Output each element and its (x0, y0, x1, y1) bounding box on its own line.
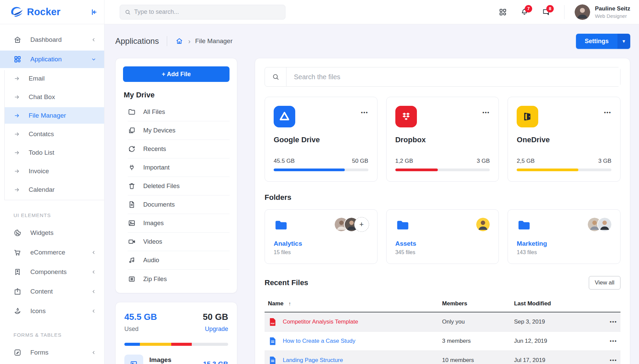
breadcrumb: Applications › File Manager Settings ▼ (115, 24, 630, 58)
folder-name[interactable]: Assets (395, 240, 490, 247)
sidebar-item-components[interactable]: Components (0, 263, 104, 281)
user-meta: Pauline Seitz Web Designer (595, 5, 630, 19)
sidebar-item-application[interactable]: Application (0, 51, 104, 68)
drive-menu-my-devices[interactable]: My Devices (128, 121, 230, 140)
drive-menu-deleted-files[interactable]: Deleted Files (128, 177, 230, 195)
sidebar-section-forms-tables: FORMS & TABLES (0, 332, 104, 338)
sidebar-item-forms[interactable]: Forms (0, 344, 104, 361)
table-row[interactable]: How to Create a Case Study 3 members Jun… (265, 331, 620, 351)
drive-menu-label: Important (143, 164, 170, 171)
sidebar-label: Icons (30, 307, 91, 315)
storage-card-dropbox[interactable]: ••• Dropbox 1,2 GB 3 GB (386, 97, 499, 182)
drive-menu-documents[interactable]: Documents (128, 195, 230, 214)
storage-card-onedrive[interactable]: ••• OneDrive 2,5 GB 3 GB (508, 97, 620, 182)
upgrade-link[interactable]: Upgrade (205, 326, 228, 333)
folder-card-assets[interactable]: Assets 345 files (386, 209, 499, 264)
table-row[interactable]: PDF Competitor Analysis Template Only yo… (265, 312, 620, 331)
folder-card-marketing[interactable]: Marketing 143 files (508, 209, 620, 264)
row-more-options-icon[interactable]: ••• (610, 319, 617, 325)
storage-progress-bar (274, 169, 368, 171)
table-row[interactable]: Landing Page Structure 10 members Jul 17… (265, 351, 620, 364)
svg-text:PDF: PDF (271, 323, 275, 325)
user-name: Pauline Seitz (595, 5, 630, 12)
column-header-last-modified[interactable]: Last Modified (511, 296, 594, 312)
sidebar-item-icons[interactable]: Icons (0, 302, 104, 320)
drive-menu-images[interactable]: Images (128, 214, 230, 233)
breadcrumb-chevron: › (188, 37, 190, 45)
global-search-input[interactable] (134, 8, 280, 16)
drive-menu-important[interactable]: Important (128, 158, 230, 177)
apps-grid-icon[interactable] (499, 8, 507, 16)
drive-menu-videos[interactable]: Videos (128, 233, 230, 251)
file-members: 3 members (439, 331, 511, 351)
drive-menu-zip-files[interactable]: Zip Files (128, 270, 230, 288)
settings-caret-icon[interactable]: ▼ (617, 34, 630, 49)
sidebar-item-email[interactable]: Email (5, 70, 104, 87)
user-menu[interactable]: Pauline Seitz Web Designer (575, 4, 630, 20)
sidebar-item-calendar[interactable]: Calendar (5, 181, 104, 198)
doc-file-icon (268, 336, 277, 346)
storage-used: 1,2 GB (395, 158, 413, 164)
storage-used-value: 45.5 GB (124, 312, 157, 322)
sidebar-item-content[interactable]: Content (0, 283, 104, 300)
recent-files-table: Name ↑ Members Last Modified PDF Compe (265, 296, 620, 364)
sidebar-item-contatcs[interactable]: Contatcs (5, 126, 104, 142)
column-header-name[interactable]: Name ↑ (265, 296, 439, 312)
drive-menu-audio[interactable]: Audio (128, 251, 230, 270)
settings-button[interactable]: Settings ▼ (576, 34, 630, 49)
folder-name[interactable]: Marketing (517, 240, 611, 247)
column-header-members[interactable]: Members (439, 296, 511, 312)
member-avatar (597, 217, 612, 232)
notifications-bell-icon[interactable]: 7 (520, 8, 528, 16)
folder-icon (517, 218, 531, 233)
more-options-icon[interactable]: ••• (483, 106, 490, 115)
drive-menu-all-files[interactable]: All Files (128, 103, 230, 121)
folder-icon (274, 218, 288, 233)
drive-menu-label: Videos (143, 238, 162, 245)
sort-asc-icon[interactable]: ↑ (288, 301, 291, 306)
folder-file-count: 143 files (517, 249, 611, 255)
file-link[interactable]: PDF Competitor Analysis Template (268, 317, 435, 327)
drive-menu-label: Audio (143, 256, 159, 264)
onedrive-icon (517, 106, 538, 127)
more-options-icon[interactable]: ••• (361, 106, 368, 115)
row-more-options-icon[interactable]: ••• (610, 338, 617, 344)
sidebar-collapse-icon[interactable] (90, 8, 98, 16)
sidebar-item-dashboard[interactable]: Dashboard (0, 31, 104, 49)
sidebar-item-chat-box[interactable]: Chat Box (5, 89, 104, 105)
user-role: Web Designer (595, 13, 630, 19)
storage-card-google-drive[interactable]: ••• Google Drive 45.5 GB 50 GB (265, 97, 377, 182)
pencil-square-icon (13, 348, 22, 357)
view-all-button[interactable]: View all (589, 276, 620, 290)
sidebar-item-todo-list[interactable]: Todo List (5, 144, 104, 161)
messages-icon[interactable]: 8 (542, 8, 550, 16)
usage-images-row[interactable]: Images 1,756 files 15.3 GB (124, 355, 228, 364)
folder-name[interactable]: Analytics (274, 240, 368, 247)
drive-menu-recents[interactable]: Recents (128, 140, 230, 158)
add-file-button[interactable]: + Add File (123, 66, 230, 82)
file-link[interactable]: How to Create a Case Study (268, 336, 435, 346)
chevron-left-icon (91, 249, 97, 255)
search-icon (125, 9, 131, 15)
sidebar-item-ecommerce[interactable]: eCommerce (0, 244, 104, 261)
add-member-button[interactable]: + (354, 217, 369, 232)
topbar-actions: 7 8 Pauline Seitz Web Designer (485, 4, 639, 20)
video-icon (128, 238, 136, 246)
settings-label[interactable]: Settings (576, 34, 617, 49)
sidebar-item-widgets[interactable]: Widgets (0, 224, 104, 242)
topbar-divider (564, 5, 565, 19)
search-icon[interactable] (265, 67, 286, 86)
row-more-options-icon[interactable]: ••• (610, 357, 617, 363)
files-search-input[interactable] (286, 67, 620, 86)
folder-card-analytics[interactable]: + Analytics 15 files (265, 209, 377, 264)
more-options-icon[interactable]: ••• (604, 106, 611, 115)
drive-menu-label: All Files (143, 108, 165, 116)
file-link[interactable]: Landing Page Structure (268, 356, 435, 364)
storage-progress-bar (517, 169, 611, 171)
sidebar-label: Invoice (29, 168, 49, 175)
sidebar-item-invoice[interactable]: Invoice (5, 163, 104, 179)
storage-total-value: 50 GB (203, 312, 228, 322)
arrow-right-icon (14, 168, 20, 174)
sidebar-item-file-manager[interactable]: File Manager (5, 107, 104, 124)
breadcrumb-home-icon[interactable] (175, 37, 183, 45)
